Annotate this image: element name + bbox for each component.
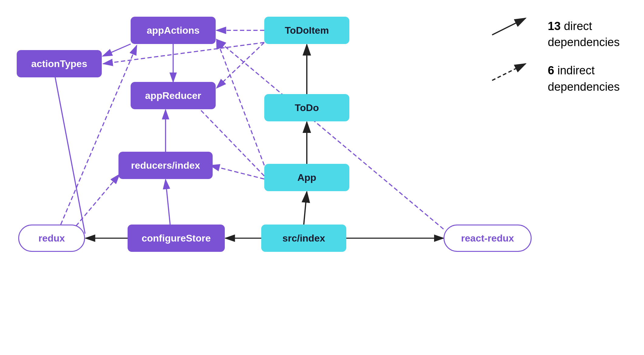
node-redux: redux — [18, 225, 85, 252]
node-srcIndex: src/index — [261, 225, 346, 252]
svg-line-11 — [103, 42, 264, 64]
node-app: App — [264, 164, 349, 191]
svg-line-3 — [492, 18, 526, 35]
legend-indirect-count: 6 — [548, 64, 554, 77]
diagram-container: appActions actionTypes appReducer reduce… — [0, 0, 644, 355]
node-reactRedux: react-redux — [444, 225, 532, 252]
legend-direct: 13 directdependencies — [548, 18, 620, 50]
svg-line-9 — [217, 39, 264, 165]
svg-line-4 — [492, 64, 526, 80]
legend-indirect-text: 6 indirectdependencies — [548, 63, 620, 95]
node-toDoItem: ToDoItem — [264, 17, 349, 44]
legend: 13 directdependencies 6 indirectdependen… — [548, 18, 620, 107]
node-toDo: ToDo — [264, 94, 349, 121]
node-actionTypes: actionTypes — [17, 50, 102, 77]
svg-line-24 — [217, 39, 444, 229]
legend-direct-count: 13 — [548, 20, 560, 32]
svg-line-15 — [166, 180, 170, 225]
svg-line-22 — [210, 165, 264, 179]
node-appActions: appActions — [131, 17, 216, 44]
svg-line-23 — [76, 174, 119, 226]
svg-line-10 — [217, 42, 264, 88]
node-reducersIndex: reducers/index — [118, 152, 213, 179]
legend-indirect: 6 indirectdependencies — [548, 63, 620, 95]
node-appReducer: appReducer — [131, 82, 216, 109]
svg-line-19 — [304, 192, 307, 225]
svg-line-6 — [103, 44, 131, 56]
legend-direct-text: 13 directdependencies — [548, 18, 620, 50]
svg-line-12 — [53, 67, 85, 234]
node-configureStore: configureStore — [128, 225, 225, 252]
